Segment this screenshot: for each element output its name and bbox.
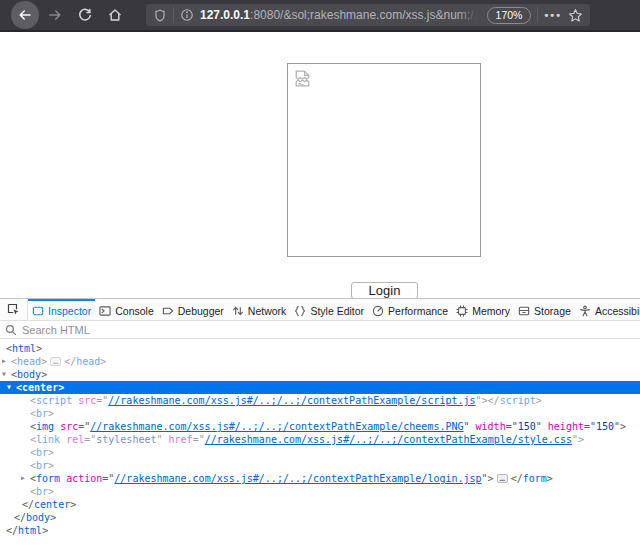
node-br-1[interactable]: <br> [0, 407, 640, 420]
search-bar [0, 321, 640, 339]
zoom-level-badge[interactable]: 170% [487, 7, 532, 24]
node-br-2[interactable]: <br> [0, 446, 640, 459]
urlbar-divider-2 [537, 7, 538, 23]
markup-token: "></ [476, 395, 500, 406]
markup-token: body [17, 369, 41, 380]
node-img[interactable]: <img src="//rakeshmane.com/xss.js#/..;/.… [0, 420, 640, 433]
markup-token: > [70, 499, 76, 510]
markup-token: center [34, 499, 70, 510]
home-button[interactable] [100, 0, 130, 30]
tab-style-editor[interactable]: Style Editor [290, 299, 368, 320]
markup-token: body [26, 512, 50, 523]
tab-storage[interactable]: Storage [514, 299, 575, 320]
node-body-close[interactable]: </body> [0, 511, 640, 524]
node-br-3[interactable]: <br> [0, 459, 640, 472]
tab-debugger[interactable]: Debugger [158, 299, 228, 320]
home-icon [107, 7, 123, 23]
tab-network[interactable]: Network [228, 299, 291, 320]
node-html-open[interactable]: <html> [0, 342, 640, 355]
markup-token: head [17, 356, 41, 367]
shield-icon[interactable] [153, 8, 167, 23]
tab-performance[interactable]: Performance [368, 299, 452, 320]
tab-label: Console [115, 305, 154, 317]
markup-token: " [464, 421, 476, 432]
markup-token: center [22, 382, 58, 393]
tab-console[interactable]: Console [95, 299, 158, 320]
node-br-4[interactable]: <br> [0, 485, 640, 498]
broken-image-icon [292, 68, 313, 89]
tab-memory[interactable]: Memory [452, 299, 514, 320]
markup-token: "> [614, 421, 626, 432]
markup-token: script [500, 395, 536, 406]
url-fade-overlay [457, 8, 483, 22]
markup-token: src [78, 395, 96, 406]
tab-label: Style Editor [310, 305, 364, 317]
markup-token: html [12, 343, 36, 354]
tab-inspector[interactable]: Inspector [28, 299, 95, 320]
node-center-close[interactable]: </center> [0, 498, 640, 511]
collapsed-content-badge[interactable]: … [50, 357, 61, 366]
markup-token: > [41, 356, 47, 367]
markup-token: " [536, 421, 548, 432]
markup-token: //rakeshmane.com/xss.js#/..;/..;/context… [90, 421, 463, 432]
network-icon [232, 305, 244, 317]
search-icon [5, 324, 17, 336]
performance-icon [372, 305, 384, 317]
markup-token: =" [96, 395, 108, 406]
collapsed-content-badge[interactable]: … [497, 474, 508, 483]
login-button[interactable]: Login [351, 282, 418, 299]
node-html-close[interactable]: </html> [0, 524, 640, 537]
search-input[interactable] [22, 324, 635, 336]
node-script[interactable]: <script src="//rakeshmane.com/xss.js#/..… [0, 394, 640, 407]
markup-token: img [36, 421, 54, 432]
reload-button[interactable] [70, 0, 100, 30]
devtools-tabs: InspectorConsoleDebuggerNetworkStyle Edi… [28, 299, 640, 320]
tab-accessibility[interactable]: Accessibility [575, 299, 640, 320]
node-form[interactable]: ▶<form action="//rakeshmane.com/xss.js#/… [0, 472, 640, 485]
collapse-arrow-icon[interactable]: ▼ [2, 368, 6, 381]
inspector-icon [32, 305, 44, 317]
markup-token: =" [193, 434, 205, 445]
devtools-panel: InspectorConsoleDebuggerNetworkStyle Edi… [0, 298, 640, 558]
markup-token: href [169, 434, 193, 445]
markup-token: //rakeshmane.com/xss.js#/..;/..;/context… [108, 395, 475, 406]
markup-token: stylesheet [96, 434, 156, 445]
markup-token: =" [84, 434, 96, 445]
markup-token: </ [14, 512, 26, 523]
forward-button[interactable] [40, 0, 70, 30]
markup-token: html [18, 525, 42, 536]
url-host: 127.0.0.1 [200, 8, 250, 22]
tab-label: Inspector [48, 305, 91, 317]
node-body-open[interactable]: ▼<body> [0, 368, 640, 381]
site-info-icon[interactable] [180, 8, 194, 22]
url-text[interactable]: 127.0.0.1:8080/&sol;rakeshmane.com/xss.j… [200, 8, 483, 22]
back-button[interactable] [10, 0, 40, 30]
back-icon [11, 1, 39, 29]
expand-arrow-icon[interactable]: ▶ [2, 355, 6, 368]
markup-token: > [48, 460, 54, 471]
pick-element-icon [7, 303, 20, 316]
tab-label: Performance [388, 305, 448, 317]
url-path: :8080/&sol;rakeshmane.com/xss.js&num;/..… [250, 8, 483, 22]
node-head[interactable]: ▶<head>…</head> [0, 355, 640, 368]
markup-token: > [48, 486, 54, 497]
markup-token: br [36, 460, 48, 471]
pick-element-button[interactable] [0, 299, 28, 320]
markup-token: > [41, 369, 47, 380]
url-bar[interactable]: 127.0.0.1:8080/&sol;rakeshmane.com/xss.j… [146, 4, 590, 26]
bookmark-star-icon[interactable] [568, 8, 583, 23]
node-link[interactable]: <link rel="stylesheet" href="//rakeshman… [0, 433, 640, 446]
page-actions-icon[interactable]: ••• [544, 9, 562, 21]
markup-token: =" [584, 421, 596, 432]
markup-token: </ [511, 473, 523, 484]
expand-arrow-icon[interactable]: ▶ [21, 472, 25, 485]
markup-token: form [36, 473, 60, 484]
markup-token: > [58, 382, 64, 393]
markup-token: //rakeshmane.com/xss.js#/..;/..;/context… [205, 434, 572, 445]
collapse-arrow-icon[interactable]: ▼ [7, 381, 11, 394]
markup-token: width [476, 421, 506, 432]
node-center-open[interactable]: ▼<center> [0, 381, 640, 394]
tab-label: Network [248, 305, 287, 317]
markup-token: 150 [518, 421, 536, 432]
markup-token: br [36, 486, 48, 497]
